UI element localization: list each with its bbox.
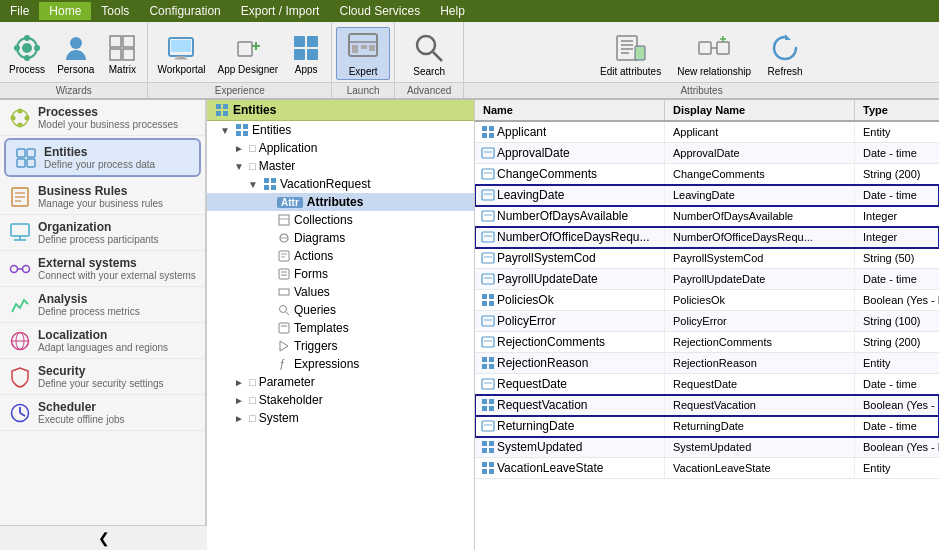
expand-system-icon[interactable]: ► [234,413,248,424]
sidebar-item-processes[interactable]: Processes Model your business processes [0,100,205,136]
expert-button[interactable]: Expert [336,27,390,80]
td-displayname: NumberOfOfficeDaysRequ... [665,227,855,247]
editattributes-label: Edit attributes [600,66,661,77]
col-header-type[interactable]: Type [855,100,939,120]
td-type: Entity [855,122,939,142]
refresh-icon [767,30,803,66]
sidebar-item-analysis[interactable]: Analysis Define process metrics [0,287,205,323]
table-row[interactable]: PoliciesOk PoliciesOk Boolean (Yes - No) [475,290,939,311]
tree-node-stakeholder[interactable]: ► □ Stakeholder [207,391,474,409]
table-row[interactable]: ApprovalDate ApprovalDate Date - time [475,143,939,164]
expressions-icon: ƒ [277,357,291,371]
menu-tools[interactable]: Tools [91,2,139,20]
tree-node-application[interactable]: ► □ Application [207,139,474,157]
sidebar-item-security[interactable]: Security Define your security settings [0,359,205,395]
svg-point-4 [14,45,20,51]
menu-home[interactable]: Home [39,2,91,20]
menu-configuration[interactable]: Configuration [139,2,230,20]
expand-application-icon[interactable]: ► [234,143,248,154]
table-row[interactable]: ReturningDate ReturningDate Date - time [475,416,939,437]
table-row[interactable]: LeavingDate LeavingDate Date - time [475,185,939,206]
svg-rect-34 [635,46,645,60]
td-name: NumberOfDaysAvailable [475,206,665,226]
sidebar-item-entities[interactable]: Entities Define your process data [4,138,201,177]
table-row[interactable]: RequestDate RequestDate Date - time [475,374,939,395]
table-row[interactable]: ChangeComments ChangeComments String (20… [475,164,939,185]
tree-node-attributes[interactable]: Attr Attributes [207,193,474,211]
table-row[interactable]: SystemUpdated SystemUpdated Boolean (Yes… [475,437,939,458]
sidebar-item-externalsystems[interactable]: External systems Connect with your exter… [0,251,205,287]
td-displayname: ChangeComments [665,164,855,184]
matrix-button[interactable]: Matrix [101,30,143,77]
td-type: Boolean (Yes - No) [855,290,939,310]
tree-node-vacationrequest[interactable]: ▼ VacationRequest [207,175,474,193]
col-header-name[interactable]: Name [475,100,665,120]
editattributes-button[interactable]: Edit attributes [594,28,667,79]
col-header-displayname[interactable]: Display Name [665,100,855,120]
table-row[interactable]: NumberOfOfficeDaysRequ... NumberOfOffice… [475,227,939,248]
table-header: Name Display Name Type [475,100,939,122]
process-label: Process [9,64,45,75]
table-row[interactable]: Applicant Applicant Entity [475,122,939,143]
tree-node-collections[interactable]: Collections [207,211,474,229]
tree-node-master-boxicon: □ [249,160,256,172]
templates-icon [277,321,291,335]
sidebar-collapse-button[interactable]: ❮ [0,525,207,550]
svg-rect-97 [482,133,487,138]
tree-node-triggers[interactable]: Triggers [207,337,474,355]
appdesigner-label: App Designer [218,64,279,75]
table-row[interactable]: RequestVacation RequestVacation Boolean … [475,395,939,416]
tree-node-queries[interactable]: Queries [207,301,474,319]
menu-exportimport[interactable]: Export / Import [231,2,330,20]
menu-cloudservices[interactable]: Cloud Services [329,2,430,20]
table-row[interactable]: PayrollUpdateDate PayrollUpdateDate Date… [475,269,939,290]
workportal-button[interactable]: Workportal [152,30,210,77]
tree-node-master[interactable]: ▼ □ Master [207,157,474,175]
collapse-icon: ❮ [98,530,110,546]
table-row[interactable]: RejectionComments RejectionComments Stri… [475,332,939,353]
tree-node-templates[interactable]: Templates [207,319,474,337]
externalsystems-subtitle: Connect with your external systems [38,270,196,281]
td-name: ReturningDate [475,416,665,436]
tree-node-parameter[interactable]: ► □ Parameter [207,373,474,391]
expand-master-icon[interactable]: ▼ [234,161,248,172]
tree-node-entities-root[interactable]: ▼ Entities [207,121,474,139]
expand-stakeholder-icon[interactable]: ► [234,395,248,406]
refresh-button[interactable]: Refresh [761,28,809,79]
expand-parameter-icon[interactable]: ► [234,377,248,388]
appdesigner-button[interactable]: App Designer [213,30,284,77]
svg-point-42 [18,108,23,113]
menu-file[interactable]: File [0,2,39,20]
expand-vacationrequest-icon[interactable]: ▼ [248,179,262,190]
sidebar-item-scheduler[interactable]: Scheduler Execute offline jobs [0,395,205,431]
process-button[interactable]: Process [4,30,50,77]
table-row[interactable]: RejectionReason RejectionReason Entity [475,353,939,374]
tree-node-expressions[interactable]: ƒ Expressions [207,355,474,373]
apps-button[interactable]: Apps [285,30,327,77]
search-button[interactable]: Search [403,28,455,79]
tree-node-values[interactable]: Values [207,283,474,301]
table-row[interactable]: NumberOfDaysAvailable NumberOfDaysAvaila… [475,206,939,227]
menu-help[interactable]: Help [430,2,475,20]
tree-node-forms[interactable]: Forms [207,265,474,283]
persona-button[interactable]: Persona [52,30,99,77]
newrelationship-button[interactable]: New relationship [671,28,757,79]
expand-entities-icon[interactable]: ▼ [220,125,234,136]
svg-line-90 [286,312,289,315]
queries-icon [277,303,291,317]
sidebar-item-localization[interactable]: Localization Adapt languages and regions [0,323,205,359]
svg-point-5 [34,45,40,51]
table-row[interactable]: PolicyError PolicyError String (100) [475,311,939,332]
svg-rect-82 [279,251,289,261]
tree-node-system[interactable]: ► □ System [207,409,474,427]
tree-node-diagrams[interactable]: Diagrams [207,229,474,247]
table-row[interactable]: PayrollSystemCod PayrollSystemCod String… [475,248,939,269]
sidebar-item-organization[interactable]: Organization Define process participants [0,215,205,251]
forms-icon [277,267,291,281]
tree-node-actions[interactable]: Actions [207,247,474,265]
svg-rect-74 [264,178,269,183]
persona-label: Persona [57,64,94,75]
sidebar-item-businessrules[interactable]: Business Rules Manage your business rule… [0,179,205,215]
collections-icon [277,213,291,227]
table-row[interactable]: VacationLeaveState VacationLeaveState En… [475,458,939,479]
